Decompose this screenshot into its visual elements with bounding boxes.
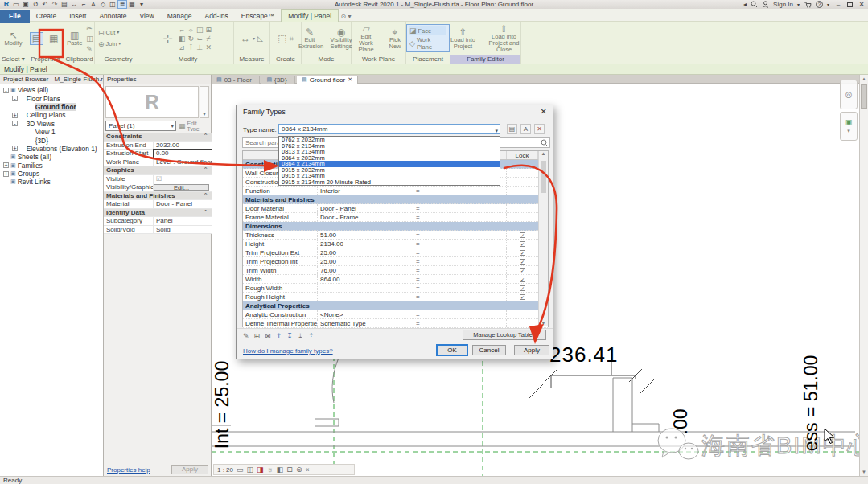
type-selector[interactable]: Panel (1)▾	[105, 121, 176, 131]
delete-icon[interactable]: ✕	[206, 43, 212, 52]
parameter-formula[interactable]: =	[413, 310, 507, 318]
table-scroll-down-icon[interactable]: ▼	[539, 321, 548, 326]
parameter-formula[interactable]: =	[413, 257, 507, 265]
property-row[interactable]: Solid/Void Solid ⌃	[104, 226, 212, 235]
expand-toggle-icon[interactable]: +	[3, 162, 9, 168]
parameter-formula[interactable]: =	[413, 204, 507, 212]
new-parameter-icon[interactable]: ⊞	[254, 332, 261, 340]
save-icon[interactable]: ▣	[21, 0, 31, 9]
sign-in-caret-icon[interactable]: ▾	[797, 2, 800, 7]
dimension-label-mid[interactable]: .00	[670, 398, 692, 446]
redo-icon[interactable]: ↷	[50, 0, 60, 9]
tree-item[interactable]: + ▣ Ceiling Plans	[0, 111, 103, 119]
join-geometry-button[interactable]: ⊕Join▾	[98, 39, 121, 49]
parameter-value[interactable]: 25.00	[318, 248, 413, 256]
family-types-button[interactable]: ▦	[46, 31, 61, 46]
lock-checkbox[interactable]: ✓	[520, 268, 525, 273]
section-pin-icon[interactable]: ⌃	[203, 133, 208, 141]
visual-style-icon[interactable]: ◫	[247, 466, 254, 474]
edit-parameter-icon[interactable]: ✎	[243, 332, 249, 340]
parameter-lock-cell[interactable]: ✓	[507, 293, 538, 301]
parameter-formula[interactable]: =	[413, 275, 507, 283]
ribbon-tab[interactable]: Add-Ins	[198, 10, 234, 23]
parameter-row[interactable]: Trim Projection Int 25.00 = ✓ ⌃	[243, 257, 548, 266]
parameter-lock-cell[interactable]: ✓	[507, 240, 538, 248]
lock-checkbox[interactable]: ✓	[520, 259, 525, 265]
expand-toggle-icon[interactable]: -	[12, 121, 18, 126]
tree-item[interactable]: ▣ Sheets (all)	[0, 153, 103, 161]
section-pin-icon[interactable]: ⌃	[203, 166, 208, 174]
parameter-row[interactable]: Materials and Finishes ✓ ⌃	[243, 195, 548, 204]
text-icon[interactable]: A	[88, 0, 98, 9]
section-pin-icon[interactable]: ⌃	[203, 192, 208, 200]
parameter-formula[interactable]: =	[413, 319, 507, 327]
sync-icon[interactable]: ↺	[31, 0, 40, 9]
dialog-close-icon[interactable]: ✕	[541, 107, 547, 116]
parameter-lock-cell[interactable]: ✓	[507, 187, 538, 195]
property-row[interactable]: Materials and Finishes ⌃	[104, 192, 212, 201]
sort-descending-icon[interactable]: ⇡	[308, 332, 315, 340]
property-value[interactable]: Edit...	[154, 184, 209, 191]
parameter-row[interactable]: Thickness 51.00 = ✓ ⌃	[243, 231, 548, 240]
lock-checkbox[interactable]: ✓	[520, 250, 525, 256]
type-name-combobox[interactable]: 0864 x 2134mm▾	[278, 124, 500, 134]
project-browser-header[interactable]: Project Browser - M_Single-Flush.rfa	[0, 75, 103, 84]
parameter-value[interactable]: 2134.00	[318, 240, 413, 248]
sign-in-button[interactable]: Sign In	[773, 1, 793, 8]
property-value[interactable]: Door - Panel	[154, 200, 212, 208]
property-row[interactable]: Constraints ⌃	[104, 133, 212, 142]
tree-item[interactable]: + ▣ Elevations (Elevation 1)	[0, 145, 103, 153]
parameter-value[interactable]: 76.00	[318, 266, 413, 274]
property-value[interactable]: Level : Ground floor	[154, 158, 212, 166]
parameter-row[interactable]: Frame Material Door - Frame = ✓ ⌃	[243, 213, 548, 222]
parameter-value[interactable]	[318, 284, 413, 292]
parameter-row[interactable]: Trim Projection Ext 25.00 = ✓ ⌃	[243, 248, 548, 257]
ribbon-display-toggle-icon[interactable]: ⊙ ▾	[341, 13, 352, 20]
parameter-lock-cell[interactable]: ✓	[508, 195, 539, 203]
parameter-value[interactable]: Interior	[318, 187, 413, 195]
dropdown-item[interactable]: 0762 x 2032mm	[279, 137, 500, 143]
ribbon-tab[interactable]: Modify | Panel	[281, 9, 339, 22]
property-row[interactable]: Extrusion End 2032.00 ⌃	[104, 142, 212, 150]
parameter-formula[interactable]: =	[413, 240, 507, 248]
lock-checkbox[interactable]: ✓	[520, 277, 525, 282]
tree-item[interactable]: ▣ View 1	[0, 128, 103, 136]
parameter-formula[interactable]: =	[413, 213, 507, 221]
table-scrollbar[interactable]: ▲▼	[538, 151, 548, 326]
default-3d-view-icon[interactable]: ◇	[98, 0, 108, 9]
parameter-row[interactable]: Dimensions ✓ ⌃	[243, 222, 548, 231]
thin-lines-icon[interactable]: ≣	[117, 0, 127, 9]
expand-toggle-icon[interactable]: +	[3, 171, 9, 177]
delete-parameter-icon[interactable]: ⊠	[265, 332, 271, 340]
dimension-label-left[interactable]: Int = 25.00	[212, 345, 233, 466]
parameter-lock-cell[interactable]: ✓	[507, 169, 538, 177]
expand-toggle-icon[interactable]: -	[3, 88, 9, 93]
property-row[interactable]: Identity Data ⌃	[104, 209, 212, 218]
dropdown-item[interactable]: 0864 x 2134mm	[279, 161, 500, 167]
expand-toggle-icon[interactable]: +	[12, 146, 18, 151]
print-icon[interactable]: ▤	[60, 0, 69, 9]
ribbon-tab[interactable]: Insert	[63, 10, 93, 23]
parameter-formula[interactable]: =	[413, 248, 507, 256]
property-row[interactable]: Visible ☑ ⌃	[104, 175, 212, 184]
collapse-icon[interactable]: «	[305, 466, 309, 474]
view-tab[interactable]: ▤ 03 - Floor	[212, 76, 260, 84]
parameter-row[interactable]: Rough Height = ✓ ⌃	[243, 293, 548, 301]
scale-icon[interactable]: ⊿	[179, 43, 186, 52]
section-pin-icon[interactable]: ⌃	[203, 209, 208, 217]
parameter-row[interactable]: Trim Width 76.00 = ✓ ⌃	[243, 266, 548, 275]
family-types-help-link[interactable]: How do I manage family types?	[243, 347, 333, 355]
create-similar-icon[interactable]: ⌗	[290, 34, 294, 43]
dropdown-item[interactable]: 0864 x 2032mm	[279, 155, 500, 162]
minimize-button[interactable]: –	[833, 1, 843, 8]
properties-palette-button[interactable]: ▤	[30, 32, 43, 45]
ok-button[interactable]: OK	[437, 345, 467, 355]
face-option[interactable]: ◪Face	[409, 26, 446, 35]
help-caret-icon[interactable]: ▾	[827, 2, 829, 7]
dropdown-item[interactable]: 0813 x 2134mm	[279, 149, 500, 155]
preview-caret-icon[interactable]: ▾	[200, 86, 209, 118]
parameter-value[interactable]: 864.00	[318, 275, 413, 283]
copy-to-clipboard-icon[interactable]: ◫	[86, 34, 93, 43]
parameter-row[interactable]: Width 864.00 = ✓ ⌃	[243, 275, 548, 284]
manage-lookup-tables-button[interactable]: Manage Lookup Tables	[463, 330, 546, 340]
